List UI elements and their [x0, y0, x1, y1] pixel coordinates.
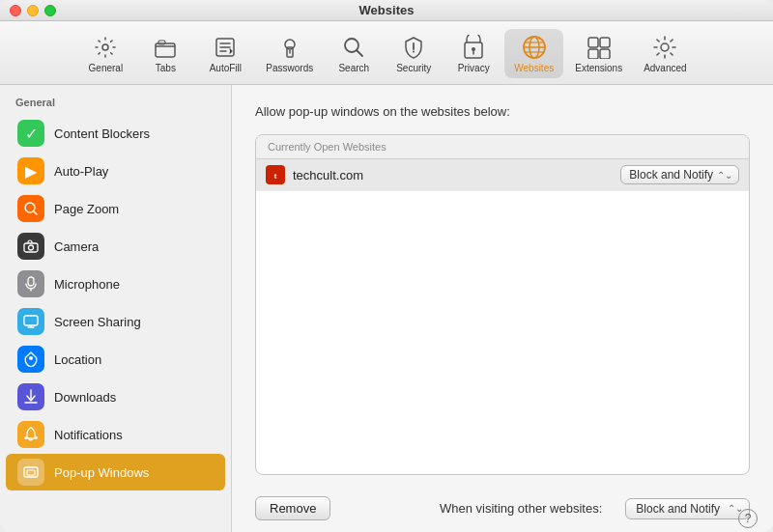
sidebar-item-content-blockers[interactable]: ✓ Content Blockers — [6, 115, 225, 152]
auto-play-icon: ▶ — [17, 157, 44, 184]
sidebar: General ✓ Content Blockers ▶ Auto-Play P… — [0, 85, 232, 532]
sidebar-section-general: General — [0, 93, 231, 114]
websites-label: Websites — [514, 63, 554, 73]
sidebar-item-page-zoom[interactable]: Page Zoom — [6, 190, 225, 227]
sidebar-item-label-downloads: Downloads — [54, 390, 116, 405]
sidebar-item-label-location: Location — [54, 352, 101, 367]
sidebar-item-auto-play[interactable]: ▶ Auto-Play — [6, 153, 225, 189]
window-title: Websites — [359, 3, 415, 17]
svg-rect-19 — [588, 38, 598, 47]
advanced-label: Advanced — [644, 63, 686, 73]
other-websites-action-label: Block and Notify — [636, 502, 720, 516]
toolbar-item-search[interactable]: Search — [325, 29, 383, 78]
select-arrow-icon: ⌃⌄ — [717, 170, 732, 181]
popup-windows-icon — [17, 459, 44, 486]
advanced-icon — [651, 34, 678, 61]
traffic-lights — [10, 5, 56, 16]
privacy-label: Privacy — [458, 63, 490, 73]
page-zoom-icon — [17, 195, 44, 222]
location-icon — [17, 346, 44, 373]
close-button[interactable] — [10, 5, 21, 16]
content-wrapper: Allow pop-up windows on the websites bel… — [232, 85, 773, 532]
sidebar-item-label-screen-sharing: Screen Sharing — [54, 315, 141, 329]
autofill-label: AutoFill — [210, 63, 242, 73]
autofill-icon — [212, 34, 239, 61]
svg-rect-21 — [588, 49, 598, 59]
minimize-button[interactable] — [27, 5, 39, 16]
toolbar-item-passwords[interactable]: Passwords — [256, 29, 323, 78]
sidebar-item-popup-windows[interactable]: Pop-up Windows — [6, 454, 225, 490]
svg-rect-1 — [156, 43, 175, 57]
sidebar-item-label-auto-play: Auto-Play — [54, 164, 108, 179]
search-icon — [340, 34, 367, 61]
svg-point-23 — [661, 43, 669, 51]
sidebar-item-location[interactable]: Location — [6, 341, 225, 378]
block-notify-select[interactable]: Block and Notify ⌃⌄ — [620, 165, 739, 184]
other-websites-select[interactable]: Block and Notify ⌃⌄ — [625, 498, 750, 519]
svg-point-31 — [29, 356, 33, 360]
sidebar-item-label-camera: Camera — [54, 239, 99, 254]
general-icon — [92, 34, 119, 61]
help-button[interactable]: ? — [738, 509, 758, 528]
svg-point-0 — [102, 44, 108, 50]
sidebar-item-label-popup-windows: Pop-up Windows — [54, 465, 149, 480]
general-label: General — [89, 63, 124, 73]
toolbar-item-general[interactable]: General — [76, 29, 134, 78]
sidebar-item-downloads[interactable]: Downloads — [6, 378, 225, 415]
sidebar-item-microphone[interactable]: Microphone — [6, 266, 225, 302]
search-label: Search — [338, 63, 369, 73]
passwords-icon — [276, 34, 303, 61]
extensions-icon — [586, 34, 613, 61]
sidebar-item-label-microphone: Microphone — [54, 277, 120, 292]
svg-rect-30 — [24, 316, 38, 325]
tabs-icon — [152, 34, 179, 61]
camera-icon — [17, 233, 44, 260]
title-bar: Websites — [0, 0, 773, 21]
sidebar-item-label-page-zoom: Page Zoom — [54, 202, 119, 216]
website-favicon: t — [266, 165, 285, 184]
svg-point-27 — [29, 245, 34, 250]
maximize-button[interactable] — [44, 5, 56, 16]
svg-point-10 — [413, 51, 415, 53]
security-label: Security — [396, 63, 431, 73]
tabs-label: Tabs — [156, 63, 176, 73]
svg-rect-28 — [28, 277, 34, 286]
toolbar-item-websites[interactable]: Websites — [504, 29, 563, 78]
svg-rect-36 — [27, 470, 35, 475]
content-area: Allow pop-up windows on the websites bel… — [232, 85, 773, 532]
other-websites-label: When visiting other websites: — [346, 501, 602, 516]
toolbar-item-security[interactable]: Security — [385, 29, 443, 78]
toolbar-item-advanced[interactable]: Advanced — [634, 29, 696, 78]
svg-text:t: t — [274, 172, 277, 181]
svg-rect-2 — [158, 41, 165, 44]
sidebar-item-label-notifications: Notifications — [54, 428, 123, 442]
toolbar-item-extensions[interactable]: Extensions — [565, 29, 632, 78]
remove-button[interactable]: Remove — [255, 496, 330, 520]
extensions-label: Extensions — [575, 63, 622, 73]
toolbar-item-autofill[interactable]: AutoFill — [196, 29, 254, 78]
svg-point-34 — [30, 427, 32, 429]
notifications-icon — [17, 421, 44, 448]
sidebar-item-camera[interactable]: Camera — [6, 228, 225, 265]
toolbar: General Tabs AutoFill — [0, 21, 773, 85]
svg-line-8 — [358, 51, 363, 57]
downloads-icon — [17, 383, 44, 410]
content-blockers-icon: ✓ — [17, 120, 44, 147]
sidebar-item-screen-sharing[interactable]: Screen Sharing — [6, 303, 225, 340]
main-area: General ✓ Content Blockers ▶ Auto-Play P… — [0, 85, 773, 532]
security-icon — [400, 34, 427, 61]
svg-rect-20 — [600, 38, 610, 47]
microphone-icon — [17, 270, 44, 297]
privacy-icon — [460, 34, 487, 61]
website-row: t techcult.com Block and Notify ⌃⌄ — [256, 159, 749, 191]
panel-header: Currently Open Websites — [256, 135, 749, 159]
block-notify-label: Block and Notify — [629, 168, 713, 182]
sidebar-item-label-content-blockers: Content Blockers — [54, 126, 150, 141]
toolbar-item-tabs[interactable]: Tabs — [136, 29, 194, 78]
toolbar-item-privacy[interactable]: Privacy — [444, 29, 502, 78]
website-domain: techcult.com — [293, 168, 620, 182]
websites-icon — [521, 34, 548, 61]
screen-sharing-icon — [17, 308, 44, 335]
bottom-bar: Remove When visiting other websites: Blo… — [255, 487, 750, 520]
sidebar-item-notifications[interactable]: Notifications — [6, 416, 225, 453]
